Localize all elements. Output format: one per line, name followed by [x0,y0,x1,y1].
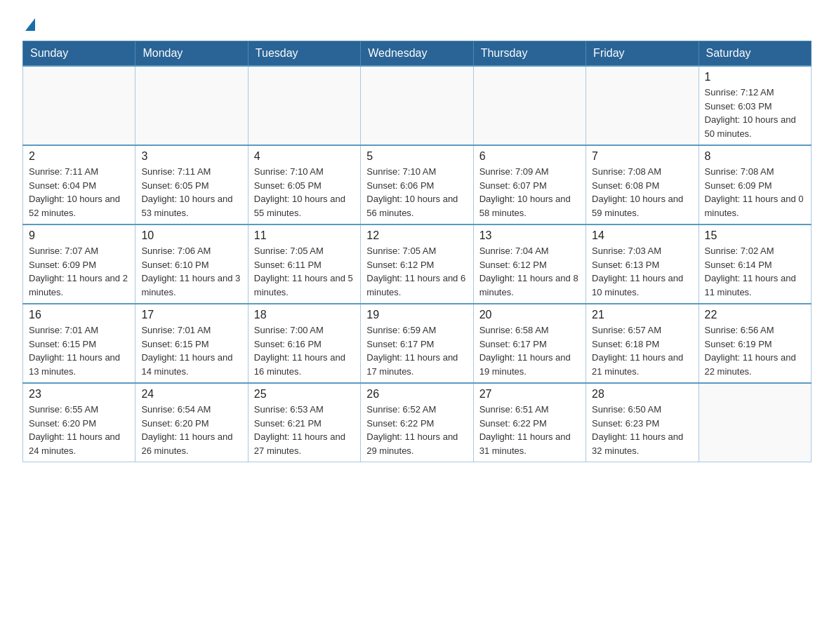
day-number: 18 [254,309,355,321]
day-info: Sunrise: 7:11 AMSunset: 6:04 PMDaylight:… [29,165,129,220]
calendar-day-cell: 8Sunrise: 7:08 AMSunset: 6:09 PMDaylight… [699,145,811,224]
day-info: Sunrise: 6:50 AMSunset: 6:23 PMDaylight:… [592,403,692,457]
day-number: 5 [366,150,467,163]
day-info: Sunrise: 7:00 AMSunset: 6:16 PMDaylight:… [254,323,355,378]
day-number: 19 [366,309,467,321]
day-number: 11 [254,229,355,242]
calendar-day-cell: 21Sunrise: 6:57 AMSunset: 6:18 PMDayligh… [586,304,699,383]
day-number: 4 [254,150,355,163]
day-number: 27 [479,388,580,401]
calendar-week-row: 16Sunrise: 7:01 AMSunset: 6:15 PMDayligh… [23,304,812,383]
day-info: Sunrise: 7:04 AMSunset: 6:12 PMDaylight:… [479,244,580,299]
calendar-day-cell: 28Sunrise: 6:50 AMSunset: 6:23 PMDayligh… [586,383,699,462]
day-info: Sunrise: 7:07 AMSunset: 6:09 PMDaylight:… [29,244,129,299]
day-info: Sunrise: 6:51 AMSunset: 6:22 PMDaylight:… [479,403,580,457]
day-info: Sunrise: 7:09 AMSunset: 6:07 PMDaylight:… [479,165,580,220]
calendar-day-cell [248,66,360,145]
day-number: 25 [254,388,355,401]
day-number: 16 [29,309,129,321]
day-info: Sunrise: 7:08 AMSunset: 6:09 PMDaylight:… [705,165,805,220]
calendar-day-cell: 15Sunrise: 7:02 AMSunset: 6:14 PMDayligh… [699,224,811,304]
day-number: 1 [705,71,805,83]
day-number: 28 [592,388,692,401]
calendar-day-cell: 23Sunrise: 6:55 AMSunset: 6:20 PMDayligh… [23,383,135,462]
day-info: Sunrise: 7:10 AMSunset: 6:06 PMDaylight:… [366,165,467,220]
calendar-day-cell: 4Sunrise: 7:10 AMSunset: 6:05 PMDaylight… [248,145,360,224]
day-info: Sunrise: 7:01 AMSunset: 6:15 PMDaylight:… [141,323,241,378]
day-info: Sunrise: 7:08 AMSunset: 6:08 PMDaylight:… [592,165,692,220]
day-number: 22 [705,309,805,321]
calendar-day-cell: 5Sunrise: 7:10 AMSunset: 6:06 PMDaylight… [361,145,473,224]
page-header [22,17,812,28]
calendar-day-cell: 3Sunrise: 7:11 AMSunset: 6:05 PMDaylight… [135,145,248,224]
day-info: Sunrise: 7:05 AMSunset: 6:11 PMDaylight:… [254,244,355,299]
day-info: Sunrise: 7:02 AMSunset: 6:14 PMDaylight:… [705,244,805,299]
day-info: Sunrise: 7:11 AMSunset: 6:05 PMDaylight:… [141,165,241,220]
calendar-day-cell [473,66,585,145]
day-number: 2 [29,150,129,163]
calendar-day-cell: 9Sunrise: 7:07 AMSunset: 6:09 PMDaylight… [23,224,135,304]
day-info: Sunrise: 6:58 AMSunset: 6:17 PMDaylight:… [479,323,580,378]
calendar-day-cell: 10Sunrise: 7:06 AMSunset: 6:10 PMDayligh… [135,224,248,304]
day-number: 26 [366,388,467,401]
day-info: Sunrise: 6:56 AMSunset: 6:19 PMDaylight:… [705,323,805,378]
calendar-day-cell: 7Sunrise: 7:08 AMSunset: 6:08 PMDaylight… [586,145,699,224]
day-info: Sunrise: 6:54 AMSunset: 6:20 PMDaylight:… [141,403,241,457]
calendar-day-cell: 24Sunrise: 6:54 AMSunset: 6:20 PMDayligh… [135,383,248,462]
day-info: Sunrise: 7:06 AMSunset: 6:10 PMDaylight:… [141,244,241,299]
calendar-day-cell [361,66,473,145]
calendar-day-header: Friday [586,41,699,67]
day-info: Sunrise: 7:01 AMSunset: 6:15 PMDaylight:… [29,323,129,378]
day-number: 17 [141,309,241,321]
calendar-day-cell: 1Sunrise: 7:12 AMSunset: 6:03 PMDaylight… [699,66,811,145]
calendar-day-header: Sunday [23,41,135,67]
calendar-day-header: Saturday [699,41,811,67]
calendar-day-header: Monday [135,41,248,67]
day-number: 20 [479,309,580,321]
calendar-day-cell: 27Sunrise: 6:51 AMSunset: 6:22 PMDayligh… [473,383,585,462]
calendar-day-cell: 14Sunrise: 7:03 AMSunset: 6:13 PMDayligh… [586,224,699,304]
calendar-day-cell: 18Sunrise: 7:00 AMSunset: 6:16 PMDayligh… [248,304,360,383]
calendar-day-cell: 6Sunrise: 7:09 AMSunset: 6:07 PMDaylight… [473,145,585,224]
calendar-day-cell: 12Sunrise: 7:05 AMSunset: 6:12 PMDayligh… [361,224,473,304]
logo-triangle-icon [25,18,35,31]
day-info: Sunrise: 6:53 AMSunset: 6:21 PMDaylight:… [254,403,355,457]
calendar-day-cell: 19Sunrise: 6:59 AMSunset: 6:17 PMDayligh… [361,304,473,383]
calendar-header-row: SundayMondayTuesdayWednesdayThursdayFrid… [23,41,812,67]
day-info: Sunrise: 7:05 AMSunset: 6:12 PMDaylight:… [366,244,467,299]
day-number: 23 [29,388,129,401]
calendar-day-cell: 20Sunrise: 6:58 AMSunset: 6:17 PMDayligh… [473,304,585,383]
calendar-day-cell: 16Sunrise: 7:01 AMSunset: 6:15 PMDayligh… [23,304,135,383]
calendar-week-row: 23Sunrise: 6:55 AMSunset: 6:20 PMDayligh… [23,383,812,462]
calendar-day-cell: 26Sunrise: 6:52 AMSunset: 6:22 PMDayligh… [361,383,473,462]
day-number: 24 [141,388,241,401]
calendar-week-row: 9Sunrise: 7:07 AMSunset: 6:09 PMDaylight… [23,224,812,304]
day-number: 10 [141,229,241,242]
logo [22,17,35,28]
calendar-day-cell: 25Sunrise: 6:53 AMSunset: 6:21 PMDayligh… [248,383,360,462]
day-number: 9 [29,229,129,242]
day-info: Sunrise: 6:59 AMSunset: 6:17 PMDaylight:… [366,323,467,378]
day-number: 7 [592,150,692,163]
calendar-day-cell [586,66,699,145]
day-info: Sunrise: 7:03 AMSunset: 6:13 PMDaylight:… [592,244,692,299]
day-info: Sunrise: 7:10 AMSunset: 6:05 PMDaylight:… [254,165,355,220]
day-info: Sunrise: 6:52 AMSunset: 6:22 PMDaylight:… [366,403,467,457]
calendar-day-cell [23,66,135,145]
calendar-day-cell: 13Sunrise: 7:04 AMSunset: 6:12 PMDayligh… [473,224,585,304]
calendar-week-row: 2Sunrise: 7:11 AMSunset: 6:04 PMDaylight… [23,145,812,224]
day-number: 12 [366,229,467,242]
day-number: 3 [141,150,241,163]
calendar-table: SundayMondayTuesdayWednesdayThursdayFrid… [22,41,812,462]
calendar-day-cell [699,383,811,462]
calendar-day-cell: 17Sunrise: 7:01 AMSunset: 6:15 PMDayligh… [135,304,248,383]
calendar-day-cell: 22Sunrise: 6:56 AMSunset: 6:19 PMDayligh… [699,304,811,383]
day-number: 6 [479,150,580,163]
day-info: Sunrise: 6:57 AMSunset: 6:18 PMDaylight:… [592,323,692,378]
day-info: Sunrise: 7:12 AMSunset: 6:03 PMDaylight:… [705,86,805,140]
calendar-day-cell: 2Sunrise: 7:11 AMSunset: 6:04 PMDaylight… [23,145,135,224]
calendar-day-header: Wednesday [361,41,473,67]
calendar-week-row: 1Sunrise: 7:12 AMSunset: 6:03 PMDaylight… [23,66,812,145]
calendar-day-cell [135,66,248,145]
day-info: Sunrise: 6:55 AMSunset: 6:20 PMDaylight:… [29,403,129,457]
